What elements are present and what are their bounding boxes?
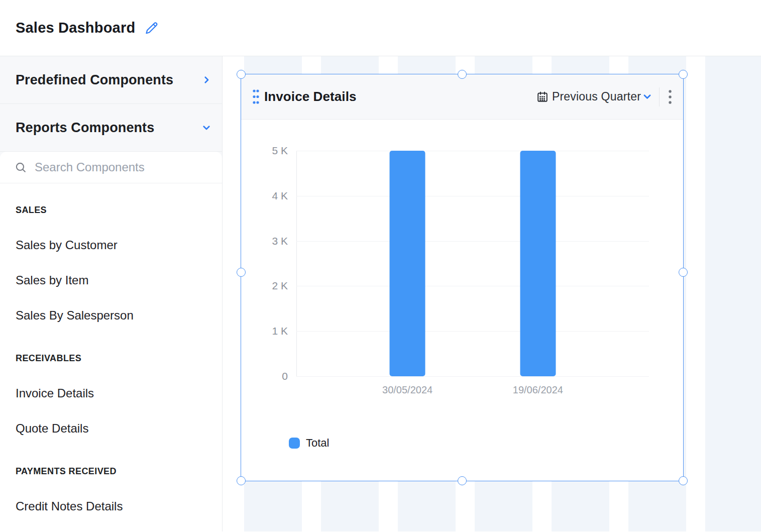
reports-components-toggle[interactable]: Reports Components	[0, 104, 222, 152]
y-tick-label: 2 K	[272, 280, 288, 292]
components-list-panel: SALESSales by CustomerSales by ItemSales…	[0, 152, 222, 531]
gridline	[296, 286, 649, 286]
resize-handle-top-right[interactable]	[679, 70, 688, 79]
bar-19/06/2024[interactable]	[520, 151, 556, 376]
gridline	[296, 376, 649, 377]
resize-handle-middle-right[interactable]	[679, 268, 688, 277]
resize-handle-middle-left[interactable]	[237, 268, 246, 277]
search-icon	[15, 161, 27, 174]
y-axis	[296, 151, 297, 376]
chart-legend[interactable]: Total	[289, 437, 329, 450]
page-header: Sales Dashboard	[0, 0, 761, 56]
chevron-down-icon	[642, 92, 652, 101]
divider	[659, 87, 660, 107]
bar-chart: 5 K4 K3 K2 K1 K030/05/202419/06/2024	[296, 151, 649, 376]
page-title: Sales Dashboard	[16, 20, 135, 36]
group-header: RECEIVABLES	[16, 341, 206, 376]
resize-handle-bottom-right[interactable]	[679, 476, 688, 485]
y-tick-label: 1 K	[272, 325, 288, 337]
calendar-icon	[536, 91, 549, 103]
y-tick-label: 5 K	[272, 145, 288, 157]
component-item[interactable]: Sales By Salesperson	[16, 298, 206, 333]
search-components-field[interactable]	[0, 152, 222, 183]
edit-title-button[interactable]	[145, 21, 158, 35]
y-tick-label: 0	[282, 370, 288, 382]
component-groups: SALESSales by CustomerSales by ItemSales…	[0, 183, 222, 524]
y-tick-label: 4 K	[272, 190, 288, 202]
widget-title: Invoice Details	[264, 89, 357, 104]
pencil-icon	[145, 21, 158, 35]
x-tick-label: 19/06/2024	[513, 384, 563, 396]
kebab-menu-icon	[668, 89, 672, 104]
predefined-components-toggle[interactable]: Predefined Components	[0, 56, 222, 104]
chevron-right-icon	[202, 75, 211, 84]
predefined-components-label: Predefined Components	[16, 72, 173, 88]
period-selector[interactable]: Previous Quarter	[536, 90, 652, 103]
group-header: SALES	[16, 192, 206, 228]
group-header: PAYMENTS RECEIVED	[16, 454, 206, 489]
component-item[interactable]: Quote Details	[16, 411, 206, 446]
gridline	[296, 151, 649, 151]
component-item[interactable]: Invoice Details	[16, 376, 206, 411]
period-label: Previous Quarter	[552, 90, 641, 103]
dashboard-canvas[interactable]: Invoice Details Previous Quarter	[223, 56, 761, 531]
resize-handle-bottom-middle[interactable]	[458, 476, 467, 485]
legend-label: Total	[306, 437, 329, 450]
component-item[interactable]: Sales by Customer	[16, 228, 206, 263]
search-input[interactable]	[34, 160, 213, 175]
resize-handle-top-left[interactable]	[237, 70, 246, 79]
resize-handle-bottom-left[interactable]	[237, 476, 246, 485]
reports-components-label: Reports Components	[16, 120, 154, 136]
components-sidebar: Predefined Components Reports Components…	[0, 56, 223, 531]
gridline	[296, 331, 649, 332]
drag-handle-icon[interactable]	[252, 89, 260, 104]
y-tick-label: 3 K	[272, 235, 288, 247]
x-tick-label: 30/05/2024	[382, 384, 432, 396]
gridline	[296, 196, 649, 196]
component-item[interactable]: Sales by Item	[16, 263, 206, 298]
resize-handle-top-middle[interactable]	[458, 70, 467, 79]
gridline	[296, 241, 649, 242]
widget-menu-button[interactable]	[666, 88, 674, 105]
chevron-down-icon	[202, 123, 211, 132]
component-item[interactable]: Credit Notes Details	[16, 489, 206, 524]
widget-header: Invoice Details Previous Quarter	[241, 74, 683, 120]
invoice-details-widget[interactable]: Invoice Details Previous Quarter	[241, 74, 684, 481]
legend-swatch	[289, 438, 300, 449]
bar-30/05/2024[interactable]	[390, 151, 425, 376]
